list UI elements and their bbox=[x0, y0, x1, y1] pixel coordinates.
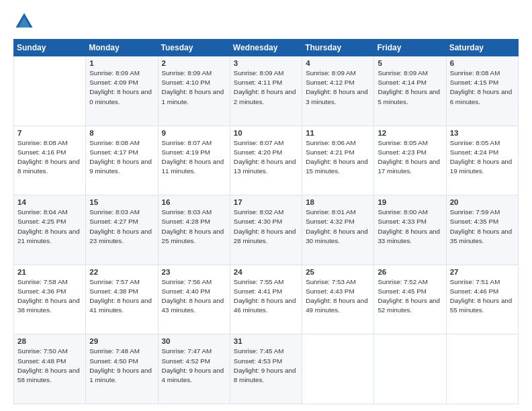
day-info: Sunrise: 7:47 AMSunset: 4:52 PMDaylight:… bbox=[162, 347, 226, 385]
day-number: 17 bbox=[234, 198, 298, 206]
day-number: 23 bbox=[162, 268, 226, 276]
day-info: Sunrise: 8:06 AMSunset: 4:21 PMDaylight:… bbox=[306, 138, 370, 177]
day-info: Sunrise: 8:05 AMSunset: 4:23 PMDaylight:… bbox=[378, 138, 442, 177]
day-info: Sunrise: 7:55 AMSunset: 4:41 PMDaylight:… bbox=[234, 277, 298, 316]
day-number: 12 bbox=[378, 129, 442, 137]
day-info: Sunrise: 8:03 AMSunset: 4:27 PMDaylight:… bbox=[89, 208, 154, 246]
day-number: 4 bbox=[306, 59, 370, 67]
day-info: Sunrise: 8:09 AMSunset: 4:10 PMDaylight:… bbox=[162, 68, 226, 107]
calendar-header: SundayMondayTuesdayWednesdayThursdayFrid… bbox=[14, 40, 519, 56]
calendar-week-3: 14Sunrise: 8:04 AMSunset: 4:25 PMDayligh… bbox=[14, 195, 519, 265]
day-number: 5 bbox=[378, 59, 442, 67]
day-info: Sunrise: 7:53 AMSunset: 4:43 PMDaylight:… bbox=[306, 277, 370, 316]
weekday-row: SundayMondayTuesdayWednesdayThursdayFrid… bbox=[14, 40, 519, 56]
calendar-cell: 10Sunrise: 8:07 AMSunset: 4:20 PMDayligh… bbox=[230, 126, 302, 195]
header bbox=[13, 11, 519, 32]
calendar-cell: 8Sunrise: 8:08 AMSunset: 4:17 PMDaylight… bbox=[86, 126, 158, 195]
calendar-cell: 5Sunrise: 8:09 AMSunset: 4:14 PMDaylight… bbox=[374, 56, 446, 126]
weekday-header-monday: Monday bbox=[86, 40, 158, 56]
day-info: Sunrise: 7:56 AMSunset: 4:40 PMDaylight:… bbox=[162, 277, 226, 316]
day-info: Sunrise: 8:03 AMSunset: 4:28 PMDaylight:… bbox=[162, 208, 226, 246]
day-info: Sunrise: 8:09 AMSunset: 4:11 PMDaylight:… bbox=[234, 68, 298, 107]
calendar-cell bbox=[302, 334, 374, 404]
day-number: 25 bbox=[306, 268, 370, 276]
calendar-cell: 17Sunrise: 8:02 AMSunset: 4:30 PMDayligh… bbox=[230, 195, 302, 265]
day-number: 6 bbox=[450, 59, 515, 67]
calendar-cell: 18Sunrise: 8:01 AMSunset: 4:32 PMDayligh… bbox=[302, 195, 374, 265]
day-number: 21 bbox=[17, 268, 82, 276]
calendar-table: SundayMondayTuesdayWednesdayThursdayFrid… bbox=[13, 39, 519, 404]
calendar-cell: 14Sunrise: 8:04 AMSunset: 4:25 PMDayligh… bbox=[14, 195, 86, 265]
day-number: 16 bbox=[162, 198, 226, 206]
calendar-cell: 6Sunrise: 8:08 AMSunset: 4:15 PMDaylight… bbox=[446, 56, 518, 126]
day-number: 20 bbox=[450, 198, 515, 206]
weekday-header-friday: Friday bbox=[374, 40, 446, 56]
calendar-cell: 11Sunrise: 8:06 AMSunset: 4:21 PMDayligh… bbox=[302, 126, 374, 195]
day-info: Sunrise: 7:51 AMSunset: 4:46 PMDaylight:… bbox=[450, 277, 515, 316]
day-number: 28 bbox=[17, 337, 82, 345]
calendar-cell: 1Sunrise: 8:09 AMSunset: 4:09 PMDaylight… bbox=[86, 56, 158, 126]
logo bbox=[13, 11, 38, 32]
calendar-cell: 28Sunrise: 7:50 AMSunset: 4:48 PMDayligh… bbox=[14, 334, 86, 404]
day-number: 29 bbox=[89, 337, 154, 345]
calendar-cell: 12Sunrise: 8:05 AMSunset: 4:23 PMDayligh… bbox=[374, 126, 446, 195]
calendar-cell bbox=[446, 334, 518, 404]
weekday-header-saturday: Saturday bbox=[446, 40, 518, 56]
calendar-week-4: 21Sunrise: 7:58 AMSunset: 4:36 PMDayligh… bbox=[14, 265, 519, 334]
day-info: Sunrise: 8:08 AMSunset: 4:16 PMDaylight:… bbox=[17, 138, 82, 177]
day-number: 24 bbox=[234, 268, 298, 276]
calendar-cell: 13Sunrise: 8:05 AMSunset: 4:24 PMDayligh… bbox=[446, 126, 518, 195]
calendar-cell: 31Sunrise: 7:45 AMSunset: 4:53 PMDayligh… bbox=[230, 334, 302, 404]
calendar-cell: 3Sunrise: 8:09 AMSunset: 4:11 PMDaylight… bbox=[230, 56, 302, 126]
logo-icon bbox=[13, 11, 35, 32]
weekday-header-wednesday: Wednesday bbox=[230, 40, 302, 56]
calendar-cell: 16Sunrise: 8:03 AMSunset: 4:28 PMDayligh… bbox=[158, 195, 230, 265]
day-info: Sunrise: 8:01 AMSunset: 4:32 PMDaylight:… bbox=[306, 208, 370, 246]
day-info: Sunrise: 7:58 AMSunset: 4:36 PMDaylight:… bbox=[17, 277, 82, 316]
calendar-body: 1Sunrise: 8:09 AMSunset: 4:09 PMDaylight… bbox=[14, 56, 519, 404]
day-info: Sunrise: 8:09 AMSunset: 4:14 PMDaylight:… bbox=[378, 68, 442, 107]
day-number: 2 bbox=[162, 59, 226, 67]
day-info: Sunrise: 8:02 AMSunset: 4:30 PMDaylight:… bbox=[234, 208, 298, 246]
day-number: 15 bbox=[89, 198, 154, 206]
calendar-cell: 9Sunrise: 8:07 AMSunset: 4:19 PMDaylight… bbox=[158, 126, 230, 195]
calendar-cell: 23Sunrise: 7:56 AMSunset: 4:40 PMDayligh… bbox=[158, 265, 230, 334]
calendar-cell: 22Sunrise: 7:57 AMSunset: 4:38 PMDayligh… bbox=[86, 265, 158, 334]
day-number: 3 bbox=[234, 59, 298, 67]
day-info: Sunrise: 7:59 AMSunset: 4:35 PMDaylight:… bbox=[450, 208, 515, 246]
page: SundayMondayTuesdayWednesdayThursdayFrid… bbox=[0, 0, 532, 411]
day-number: 22 bbox=[89, 268, 154, 276]
day-number: 9 bbox=[162, 129, 226, 137]
calendar-cell: 19Sunrise: 8:00 AMSunset: 4:33 PMDayligh… bbox=[374, 195, 446, 265]
calendar-cell: 20Sunrise: 7:59 AMSunset: 4:35 PMDayligh… bbox=[446, 195, 518, 265]
calendar-cell: 29Sunrise: 7:48 AMSunset: 4:50 PMDayligh… bbox=[86, 334, 158, 404]
calendar-week-2: 7Sunrise: 8:08 AMSunset: 4:16 PMDaylight… bbox=[14, 126, 519, 195]
day-info: Sunrise: 8:07 AMSunset: 4:19 PMDaylight:… bbox=[162, 138, 226, 177]
day-info: Sunrise: 8:00 AMSunset: 4:33 PMDaylight:… bbox=[378, 208, 442, 246]
day-info: Sunrise: 8:08 AMSunset: 4:15 PMDaylight:… bbox=[450, 68, 515, 107]
calendar-cell: 2Sunrise: 8:09 AMSunset: 4:10 PMDaylight… bbox=[158, 56, 230, 126]
calendar-cell bbox=[374, 334, 446, 404]
day-number: 7 bbox=[17, 129, 82, 137]
calendar-cell: 26Sunrise: 7:52 AMSunset: 4:45 PMDayligh… bbox=[374, 265, 446, 334]
day-number: 11 bbox=[306, 129, 370, 137]
weekday-header-thursday: Thursday bbox=[302, 40, 374, 56]
weekday-header-tuesday: Tuesday bbox=[158, 40, 230, 56]
day-info: Sunrise: 8:08 AMSunset: 4:17 PMDaylight:… bbox=[89, 138, 154, 177]
day-info: Sunrise: 8:09 AMSunset: 4:09 PMDaylight:… bbox=[89, 68, 154, 107]
day-number: 26 bbox=[378, 268, 442, 276]
calendar-cell: 25Sunrise: 7:53 AMSunset: 4:43 PMDayligh… bbox=[302, 265, 374, 334]
day-info: Sunrise: 7:45 AMSunset: 4:53 PMDaylight:… bbox=[234, 347, 298, 385]
day-info: Sunrise: 7:57 AMSunset: 4:38 PMDaylight:… bbox=[89, 277, 154, 316]
calendar-week-1: 1Sunrise: 8:09 AMSunset: 4:09 PMDaylight… bbox=[14, 56, 519, 126]
day-number: 19 bbox=[378, 198, 442, 206]
day-number: 31 bbox=[234, 337, 298, 345]
day-number: 8 bbox=[89, 129, 154, 137]
calendar-cell: 4Sunrise: 8:09 AMSunset: 4:12 PMDaylight… bbox=[302, 56, 374, 126]
day-number: 14 bbox=[17, 198, 82, 206]
day-number: 30 bbox=[162, 337, 226, 345]
day-info: Sunrise: 8:05 AMSunset: 4:24 PMDaylight:… bbox=[450, 138, 515, 177]
day-number: 1 bbox=[89, 59, 154, 67]
day-info: Sunrise: 7:48 AMSunset: 4:50 PMDaylight:… bbox=[89, 347, 154, 385]
day-info: Sunrise: 8:04 AMSunset: 4:25 PMDaylight:… bbox=[17, 208, 82, 246]
